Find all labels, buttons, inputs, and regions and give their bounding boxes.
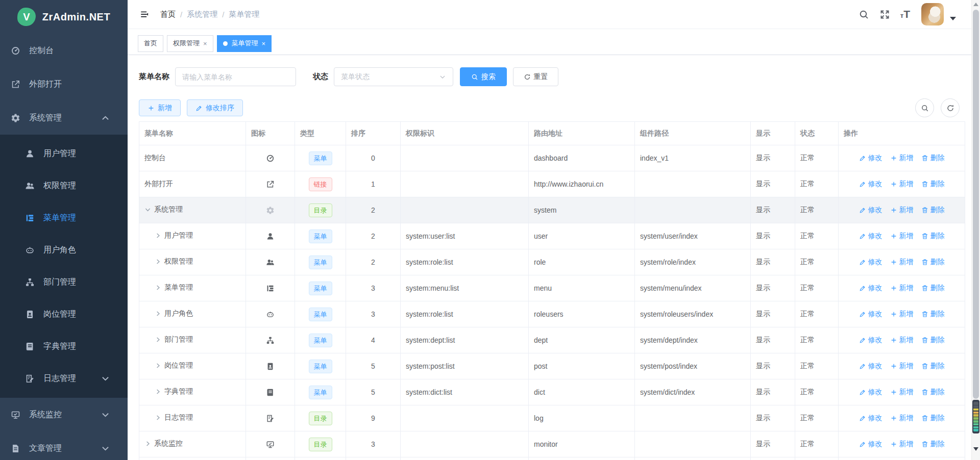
expand-caret-icon[interactable] xyxy=(155,257,161,266)
sidebar-item-日志管理[interactable]: 日志管理 xyxy=(0,363,128,395)
add-link[interactable]: 新增 xyxy=(890,180,914,189)
expand-caret-icon[interactable] xyxy=(155,413,161,422)
add-link[interactable]: 新增 xyxy=(890,258,914,267)
breadcrumb-system[interactable]: 系统管理 xyxy=(187,10,217,19)
close-icon[interactable]: × xyxy=(203,40,207,47)
route-value: post xyxy=(529,353,635,379)
search-icon[interactable] xyxy=(859,9,869,20)
delete-link[interactable]: 删除 xyxy=(921,440,945,449)
status-value: 正常 xyxy=(795,327,839,353)
pen-icon xyxy=(859,181,866,188)
delete-link[interactable]: 删除 xyxy=(921,206,945,215)
add-link[interactable]: 新增 xyxy=(890,284,914,293)
scrollbar-up-arrow[interactable] xyxy=(973,3,978,6)
scrollbar-down-arrow[interactable] xyxy=(973,447,978,451)
tab-role-manage[interactable]: 权限管理 × xyxy=(167,35,213,52)
show-search-button[interactable] xyxy=(915,98,934,117)
order-value: 3 xyxy=(346,431,401,457)
sidebar-item-文章管理[interactable]: 文章管理 xyxy=(0,431,128,460)
tab-menu-manage[interactable]: 菜单管理 × xyxy=(217,35,272,52)
sidebar-item-控制台[interactable]: 控制台 xyxy=(0,34,128,67)
edit-link[interactable]: 修改 xyxy=(859,336,883,345)
edit-link[interactable]: 修改 xyxy=(859,258,883,267)
add-link[interactable]: 新增 xyxy=(890,310,914,319)
breadcrumb-home[interactable]: 首页 xyxy=(160,10,176,19)
search-button[interactable]: 搜索 xyxy=(460,67,507,86)
delete-link[interactable]: 删除 xyxy=(921,232,945,241)
edit-link[interactable]: 修改 xyxy=(859,180,883,189)
sidebar-item-部门管理[interactable]: 部门管理 xyxy=(0,266,128,298)
type-tag: 菜单 xyxy=(309,282,332,295)
add-link[interactable]: 新增 xyxy=(890,232,914,241)
refresh-button[interactable] xyxy=(941,98,960,117)
edit-sort-button[interactable]: 修改排序 xyxy=(187,99,243,116)
menu-name-input[interactable] xyxy=(175,67,296,86)
column-header-7: 显示 xyxy=(751,122,795,145)
expand-caret-icon[interactable] xyxy=(155,335,161,344)
edit-link[interactable]: 修改 xyxy=(859,414,883,423)
delete-link[interactable]: 删除 xyxy=(921,258,945,267)
sidebar-item-系统监控[interactable]: 系统监控 xyxy=(0,398,128,431)
edit-link[interactable]: 修改 xyxy=(859,206,883,215)
add-button[interactable]: 新增 xyxy=(139,99,181,116)
app-logo[interactable]: V ZrAdmin.NET xyxy=(0,0,128,34)
edit-link[interactable]: 修改 xyxy=(859,232,883,241)
delete-link[interactable]: 删除 xyxy=(921,362,945,371)
fontsize-icon[interactable]: тT xyxy=(900,8,910,20)
hamburger-icon[interactable] xyxy=(140,10,149,19)
delete-link[interactable]: 删除 xyxy=(921,388,945,397)
edit-link[interactable]: 修改 xyxy=(859,154,883,163)
delete-link[interactable]: 删除 xyxy=(921,310,945,319)
user-dropdown-caret[interactable] xyxy=(950,17,956,20)
sidebar-item-用户管理[interactable]: 用户管理 xyxy=(0,138,128,170)
sidebar-item-系统管理[interactable]: 系统管理 xyxy=(0,101,128,135)
trash-icon xyxy=(921,285,928,292)
edit-link[interactable]: 修改 xyxy=(859,284,883,293)
order-value: 3 xyxy=(346,275,401,301)
status-select[interactable]: 菜单状态 xyxy=(334,67,453,86)
sidebar-item-外部打开[interactable]: 外部打开 xyxy=(0,67,128,101)
expand-caret-icon[interactable] xyxy=(155,231,161,240)
expand-caret-icon[interactable] xyxy=(155,283,161,292)
avatar[interactable] xyxy=(921,3,944,25)
sidebar-item-岗位管理[interactable]: 岗位管理 xyxy=(0,298,128,330)
add-link[interactable]: 新增 xyxy=(890,206,914,215)
expand-caret-icon[interactable] xyxy=(155,387,161,396)
sidebar-item-label: 菜单管理 xyxy=(43,213,76,223)
edit-link[interactable]: 修改 xyxy=(859,310,883,319)
delete-link[interactable]: 删除 xyxy=(921,180,945,189)
delete-link[interactable]: 删除 xyxy=(921,336,945,345)
add-link[interactable]: 新增 xyxy=(890,440,914,449)
route-value: dict xyxy=(529,379,635,405)
fullscreen-icon[interactable] xyxy=(879,9,890,20)
sidebar-item-用户角色[interactable]: 用户角色 xyxy=(0,234,128,266)
expand-caret-icon[interactable] xyxy=(155,361,161,370)
sidebar-item-菜单管理[interactable]: 菜单管理 xyxy=(0,202,128,234)
add-link[interactable]: 新增 xyxy=(890,154,914,163)
sidebar-item-权限管理[interactable]: 权限管理 xyxy=(0,170,128,202)
expand-caret-icon[interactable] xyxy=(143,206,153,213)
pen-icon xyxy=(859,233,866,240)
tab-home[interactable]: 首页 xyxy=(138,35,163,52)
edit-link[interactable]: 修改 xyxy=(859,362,883,371)
delete-link[interactable]: 删除 xyxy=(921,414,945,423)
expand-caret-icon[interactable] xyxy=(144,439,151,448)
add-link[interactable]: 新增 xyxy=(890,362,914,371)
expand-caret-icon[interactable] xyxy=(155,309,161,318)
reset-button[interactable]: 重置 xyxy=(513,67,558,86)
close-icon[interactable]: × xyxy=(262,40,266,47)
delete-link[interactable]: 删除 xyxy=(921,154,945,163)
sidebar-item-字典管理[interactable]: 字典管理 xyxy=(0,330,128,363)
edit-link[interactable]: 修改 xyxy=(859,388,883,397)
page-scrollbar[interactable] xyxy=(971,0,980,460)
pen-icon xyxy=(195,105,203,112)
external-link-icon xyxy=(266,180,275,189)
edit-link[interactable]: 修改 xyxy=(859,440,883,449)
table-row: 字典管理 菜单 5 system:dict:list dict system/d… xyxy=(139,379,965,405)
scrollbar-thumb[interactable] xyxy=(973,10,979,399)
add-link[interactable]: 新增 xyxy=(890,414,914,423)
add-link[interactable]: 新增 xyxy=(890,336,914,345)
org-chart-icon xyxy=(266,336,275,345)
add-link[interactable]: 新增 xyxy=(890,388,914,397)
delete-link[interactable]: 删除 xyxy=(921,284,945,293)
